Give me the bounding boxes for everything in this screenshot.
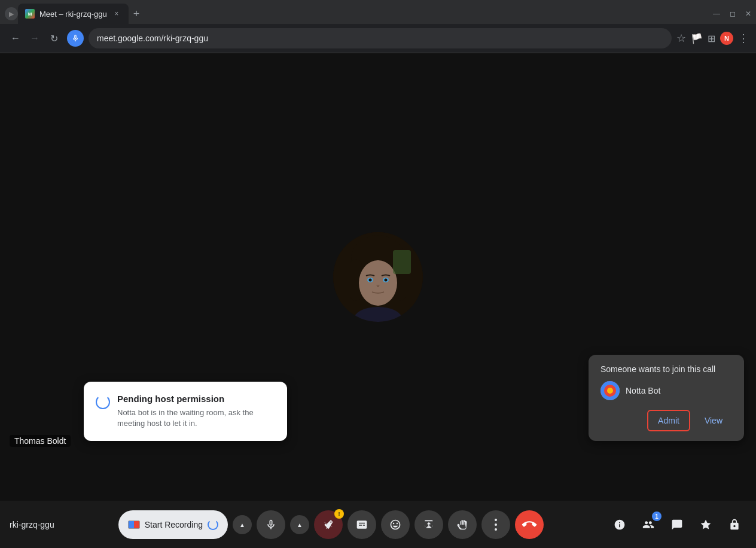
pending-title: Pending host permission — [117, 394, 275, 404]
meeting-code: rki-grzq-ggu — [10, 520, 54, 529]
forward-button[interactable]: → — [26, 30, 43, 47]
new-tab-button[interactable]: + — [129, 5, 145, 23]
participants-count-badge: 1 — [652, 512, 662, 521]
participants-button[interactable]: 1 — [636, 513, 660, 537]
admit-title: Someone wants to join this call — [600, 364, 732, 374]
video-area: Thomas Boldt Pending host permission Not… — [0, 53, 756, 501]
start-recording-label: Start Recording — [145, 520, 203, 529]
camera-button[interactable]: ! — [314, 510, 343, 539]
bottom-right-controls: 1 — [608, 513, 746, 537]
extension-button[interactable]: ⊞ — [708, 33, 715, 44]
start-recording-button[interactable]: Start Recording — [118, 510, 228, 539]
reload-button[interactable]: ↻ — [45, 30, 62, 47]
address-mic-button[interactable] — [67, 30, 84, 47]
tab-list: M Meet – rki-grzq-ggu × — [18, 4, 129, 24]
tab-bar-left: ▶ — [5, 7, 18, 20]
svg-point-16 — [495, 528, 497, 531]
camera-warning-badge: ! — [334, 509, 344, 519]
admit-user-row: Notta Bot — [600, 381, 732, 400]
close-window-button[interactable]: ✕ — [745, 10, 751, 18]
mic-button[interactable] — [257, 510, 285, 539]
emoji-button[interactable] — [381, 510, 410, 539]
meet-area: Thomas Boldt Pending host permission Not… — [0, 53, 756, 548]
tab-title: Meet – rki-grzq-ggu — [39, 10, 107, 19]
tab-bar: ▶ M Meet – rki-grzq-ggu × + — ◻ ✕ — [0, 0, 756, 24]
pending-permission-popup: Pending host permission Notta bot is in … — [84, 382, 287, 441]
participant-name: Thomas Boldt — [10, 435, 71, 447]
minimize-button[interactable]: — — [713, 10, 720, 18]
present-button[interactable] — [414, 510, 443, 539]
profile-avatar[interactable]: N — [720, 32, 733, 45]
avatar-svg — [333, 232, 423, 322]
notta-bot-avatar — [600, 381, 620, 400]
window-controls: — ◻ ✕ — [713, 10, 751, 18]
bottom-center-controls: Start Recording ▲ ▲ ! — [118, 510, 544, 539]
notta-bot-name: Notta Bot — [626, 386, 660, 395]
pending-spinner-icon — [96, 395, 110, 409]
view-button[interactable]: View — [695, 410, 732, 431]
mic-options-chevron[interactable]: ▲ — [290, 515, 309, 534]
captions-button[interactable] — [347, 510, 376, 539]
svg-rect-10 — [393, 250, 411, 274]
omnibox-right: ☆ 🏳️ ⊞ N ⋮ — [676, 32, 749, 45]
chat-button[interactable] — [665, 513, 689, 537]
svg-point-4 — [359, 260, 397, 306]
recording-flag-icon — [128, 520, 140, 529]
bottom-bar: rki-grzq-ggu Start Recording ▲ ▲ ! — [0, 501, 756, 548]
activities-button[interactable] — [694, 513, 718, 537]
bookmark-button[interactable]: ☆ — [676, 32, 686, 45]
safety-button[interactable] — [723, 513, 746, 537]
flag-icon: 🏳️ — [691, 33, 703, 44]
url-text: meet.google.com/rki-grzq-ggu — [97, 34, 208, 43]
svg-point-8 — [385, 279, 388, 282]
more-options-button[interactable] — [481, 510, 510, 539]
participant-video — [333, 232, 423, 322]
admit-popup: Someone wants to join this call Notta Bo… — [589, 355, 744, 441]
bottom-left: rki-grzq-ggu — [10, 520, 54, 529]
tab-favicon: M — [25, 9, 35, 19]
end-call-button[interactable] — [515, 510, 544, 539]
svg-point-15 — [495, 523, 497, 526]
meeting-info-button[interactable] — [608, 513, 632, 537]
svg-point-13 — [607, 388, 613, 394]
omnibox-bar: ← → ↻ meet.google.com/rki-grzq-ggu ☆ 🏳️ … — [0, 24, 756, 53]
tab-close-button[interactable]: × — [112, 9, 121, 19]
admit-button[interactable]: Admit — [647, 410, 690, 431]
admit-actions: Admit View — [600, 410, 732, 431]
back-button[interactable]: ← — [7, 30, 24, 47]
profile-icon: ▶ — [5, 7, 18, 20]
maximize-button[interactable]: ◻ — [730, 10, 736, 18]
svg-point-14 — [495, 519, 497, 521]
pending-content: Pending host permission Notta bot is in … — [117, 394, 275, 429]
svg-point-7 — [369, 279, 372, 282]
recording-options-chevron[interactable]: ▲ — [233, 515, 252, 534]
nav-controls: ← → ↻ — [7, 30, 62, 47]
recording-spinner-icon — [208, 519, 218, 530]
browser-chrome: ▶ M Meet – rki-grzq-ggu × + — ◻ ✕ ← → ↻ … — [0, 0, 756, 53]
raise-hand-button[interactable] — [448, 510, 477, 539]
address-bar[interactable]: meet.google.com/rki-grzq-ggu — [89, 28, 672, 48]
menu-button[interactable]: ⋮ — [738, 32, 749, 45]
active-tab[interactable]: M Meet – rki-grzq-ggu × — [18, 4, 129, 24]
pending-description: Notta bot is in the waiting room, ask th… — [117, 407, 275, 429]
